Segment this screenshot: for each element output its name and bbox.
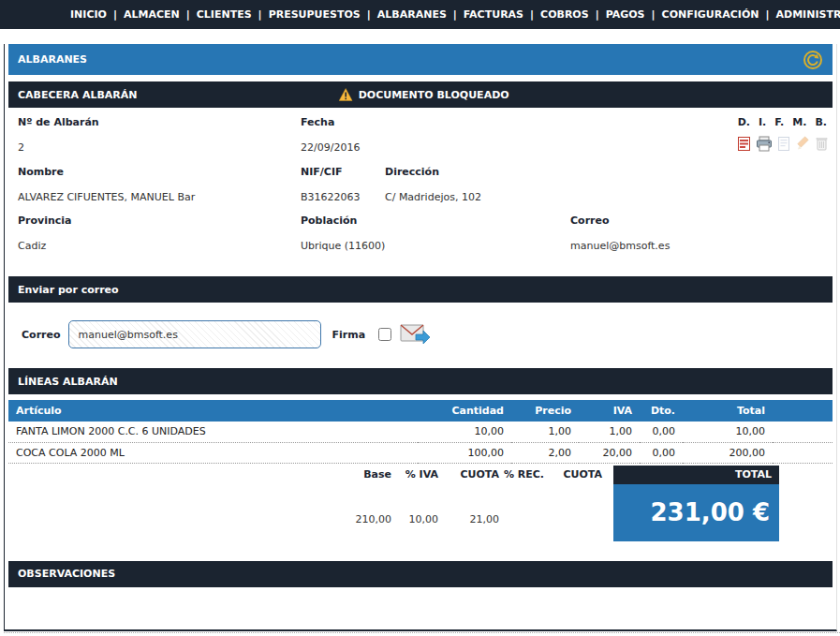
observaciones-title: OBSERVACIONES <box>18 568 115 580</box>
num-albaran-value: 2 <box>18 141 24 154</box>
locked-notice: DOCUMENTO BLOQUEADO <box>339 88 509 101</box>
col-dto: Dto. <box>640 400 683 422</box>
lineas-title: LÍNEAS ALBARÁN <box>18 376 118 388</box>
nav-item-configuracion[interactable]: CONFIGURACIÓN <box>662 8 759 21</box>
totals-value-rec <box>499 500 544 541</box>
action-letter-f: F. <box>774 116 784 128</box>
cell-cantidad: 100,00 <box>418 442 511 463</box>
totals-value-base: 210,00 <box>312 500 391 541</box>
fecha-label: Fecha <box>301 116 334 128</box>
page-title-bar: ALBARANES <box>8 44 833 75</box>
direccion-value: C/ Madridejos, 102 <box>385 191 481 203</box>
warning-icon <box>339 88 353 101</box>
nav-separator: | <box>453 8 457 21</box>
firma-label: Firma <box>332 329 366 341</box>
nav-item-administradores[interactable]: ADMINISTRADORES <box>776 8 840 21</box>
correo-value: manuel@bmsoft.es <box>570 240 670 252</box>
provincia-label: Provincia <box>18 214 72 227</box>
nav-separator: | <box>258 8 262 21</box>
nombre-value: ALVAREZ CIFUENTES, MANUEL Bar <box>18 191 195 203</box>
provincia-value: Cadiz <box>18 240 46 252</box>
page-title: ALBARANES <box>18 53 87 66</box>
nif-value: B31622063 <box>301 191 361 203</box>
cell-dto: 0,00 <box>640 422 683 442</box>
nav-item-clientes[interactable]: CLIENTES <box>197 8 252 21</box>
table-row[interactable]: COCA COLA 2000 ML 100,00 2,00 20,00 0,00… <box>8 442 833 463</box>
firma-checkbox[interactable] <box>378 328 391 341</box>
cell-iva: 1,00 <box>579 422 640 442</box>
totals-header-cuota: CUOTA <box>438 466 499 484</box>
cell-precio: 1,00 <box>511 422 579 442</box>
table-row[interactable]: FANTA LIMON 2000 C.C. 6 UNIDADES 10,00 1… <box>8 422 833 442</box>
enviar-correo-bar: Enviar por correo <box>8 276 833 303</box>
totals-value-iva: 10,00 <box>391 500 438 541</box>
email-row: Correo Firma <box>22 316 833 353</box>
email-input-label: Correo <box>22 329 61 341</box>
col-spacer <box>773 400 833 422</box>
num-albaran-label: Nº de Albarán <box>18 116 99 128</box>
nav-item-albaranes[interactable]: ALBARANES <box>377 8 447 21</box>
cell-iva: 20,00 <box>579 442 640 463</box>
nav-separator: | <box>652 8 656 21</box>
cabecera-title: CABECERA ALBARÁN <box>18 89 138 101</box>
nif-label: NIF/CIF <box>301 166 343 178</box>
totals-header-rec: % REC. <box>499 466 544 484</box>
print-icon[interactable] <box>756 136 773 152</box>
invoice-doc-icon[interactable] <box>776 136 791 152</box>
grand-total-box: TOTAL 231,00 € <box>613 466 779 541</box>
nav-item-pagos[interactable]: PAGOS <box>606 8 645 21</box>
cell-total: 200,00 <box>683 442 773 463</box>
nav-item-presupuestos[interactable]: PRESUPUESTOS <box>269 8 361 21</box>
send-email-icon[interactable] <box>399 322 431 347</box>
nav-item-almacen[interactable]: ALMACEN <box>124 8 180 21</box>
bottom-divider <box>4 632 840 633</box>
totals-header-base: Base <box>312 466 391 484</box>
nav-item-cobros[interactable]: COBROS <box>540 8 589 21</box>
lines-header-row: Artículo Cantidad Precio IVA Dto. Total <box>8 400 833 422</box>
cell-cantidad: 10,00 <box>418 422 511 442</box>
action-letter-d: D. <box>738 116 750 128</box>
nav-separator: | <box>367 8 371 21</box>
col-iva: IVA <box>579 400 640 422</box>
nav-separator: | <box>530 8 534 21</box>
nav-separator: | <box>765 8 769 21</box>
nav-separator: | <box>186 8 190 21</box>
correo-label: Correo <box>570 214 610 227</box>
delete-trash-icon[interactable] <box>815 136 829 152</box>
col-articulo: Artículo <box>8 400 418 422</box>
direccion-label: Dirección <box>385 166 439 178</box>
page-frame: ALBARANES CABECERA ALBARÁN DOCUMENTO BLO… <box>4 44 837 631</box>
action-letter-i: I. <box>759 116 766 128</box>
edit-pencil-icon[interactable] <box>795 136 811 152</box>
totals-header-iva: % IVA <box>391 466 438 484</box>
observaciones-bar: OBSERVACIONES <box>8 561 833 587</box>
top-nav: INICIO | ALMACEN | CLIENTES | PRESUPUEST… <box>0 0 840 29</box>
back-undo-icon[interactable] <box>803 50 823 70</box>
totals-value-cuota2 <box>544 500 602 541</box>
nav-item-facturas[interactable]: FACTURAS <box>464 8 523 21</box>
doc-action-letters: D. I. F. M. B. <box>738 116 827 128</box>
lineas-bar: LÍNEAS ALBARÁN <box>8 368 833 394</box>
cell-dto: 0,00 <box>640 442 683 463</box>
nav-item-inicio[interactable]: INICIO <box>70 8 107 21</box>
locked-notice-text: DOCUMENTO BLOQUEADO <box>359 89 509 101</box>
action-letter-b: B. <box>815 116 827 128</box>
action-letter-m: M. <box>792 116 806 128</box>
poblacion-value: Ubrique (11600) <box>301 240 385 252</box>
email-input[interactable] <box>68 320 321 348</box>
cabecera-form: Nº de Albarán Fecha D. I. F. M. B. <box>8 108 833 276</box>
lines-table: Artículo Cantidad Precio IVA Dto. Total … <box>8 400 833 464</box>
fecha-value: 22/09/2016 <box>301 141 360 154</box>
grand-total-label: TOTAL <box>613 466 779 484</box>
totals-section: Base % IVA CUOTA % REC. CUOTA 210,00 10,… <box>8 466 833 541</box>
cell-total: 10,00 <box>683 422 773 442</box>
totals-value-cuota: 21,00 <box>438 500 499 541</box>
nombre-label: Nombre <box>18 166 64 178</box>
cell-precio: 2,00 <box>511 442 579 463</box>
totals-header-cuota2: CUOTA <box>544 466 602 484</box>
totals-grid: Base % IVA CUOTA % REC. CUOTA 210,00 10,… <box>8 466 613 541</box>
nav-separator: | <box>596 8 599 21</box>
poblacion-label: Población <box>301 214 357 227</box>
pdf-download-icon[interactable] <box>736 136 752 152</box>
col-precio: Precio <box>511 400 579 422</box>
